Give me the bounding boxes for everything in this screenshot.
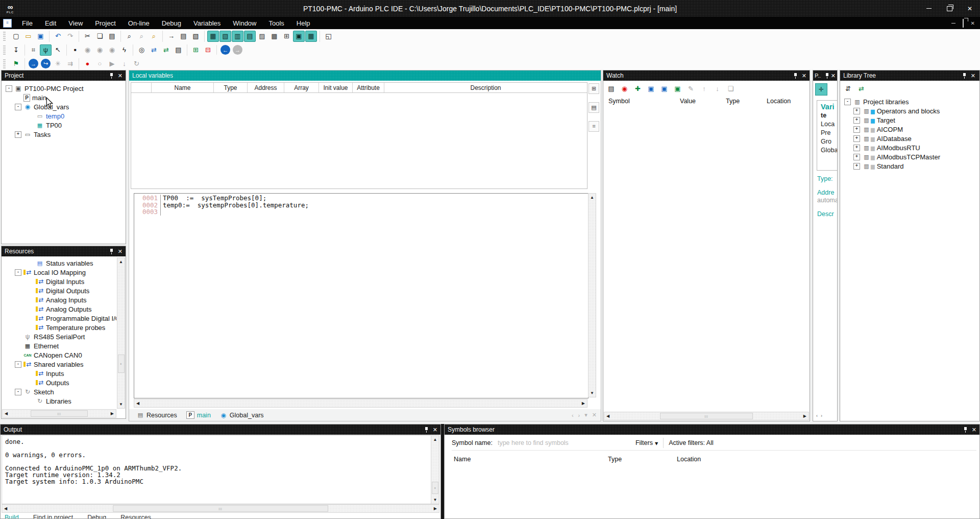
editor-tab[interactable]: P main [182,409,215,421]
toolbar-grip[interactable] [3,59,6,68]
tree-item[interactable]: ⇄ Digital Inputs [2,277,116,286]
online-step-icon[interactable]: ↪ [41,59,51,68]
expander-icon[interactable]: + [853,108,860,114]
column-header[interactable]: Type [214,83,248,92]
column-header[interactable]: Name [152,83,214,92]
code-line[interactable]: 0003 [134,208,588,216]
scrollbar-thumb[interactable]: ≡ [432,482,438,494]
scroll-down-icon[interactable]: ▼ [590,391,594,395]
tree-item[interactable]: - ⇄ Shared variables [2,360,116,369]
cut-icon[interactable]: ✂ [82,31,93,42]
cross-reference-window-toggle-icon[interactable]: ⊞ [281,31,292,42]
output-panel-header[interactable]: Output ✕ [1,424,440,435]
append-watch-list-icon[interactable]: ▣ [672,83,683,94]
editor-horizontal-scrollbar[interactable]: ◀ ▶ [134,399,587,408]
pin-icon[interactable] [793,73,798,79]
menu-view[interactable]: View [62,17,89,29]
navigate-forward-icon[interactable]: → [233,45,242,55]
column-header[interactable]: Type [599,454,668,464]
stop-icon[interactable]: ■ [69,44,81,56]
tree-item[interactable]: P main [2,93,126,102]
watch-list-icon[interactable]: ▤ [605,83,617,94]
redo-icon[interactable]: ↷ [64,31,76,42]
tree-item[interactable]: ▭ temp0 [2,111,126,121]
tree-item[interactable]: - ⇄ Local IO Mapping [2,268,116,277]
pin-icon[interactable] [109,248,114,254]
tree-item[interactable]: - ↻ Sketch [2,387,116,396]
close-icon[interactable]: ✕ [971,73,975,79]
tree-item[interactable]: - ▣ PT100-PMC Project [2,84,126,93]
tree-item[interactable]: ⇄ Digital Outputs [2,286,116,295]
mdi-restore-button[interactable] [963,19,964,27]
simulation-board-icon[interactable]: ⌗ [28,44,39,56]
tools-window-toggle-icon[interactable]: ▩ [268,31,280,42]
clear-watch-icon[interactable]: ✎ [685,83,697,94]
fullscreen-icon[interactable]: ◱ [323,31,334,42]
tree-item[interactable]: + ▥ ▆ AIModbusTCPMaster [840,152,979,161]
tree-item[interactable]: + ▭ Tasks [2,130,126,139]
download-to-target-icon[interactable]: → [165,31,177,42]
module-list-icon[interactable]: ▤ [173,44,184,56]
pin-icon[interactable] [109,73,114,79]
expander-icon[interactable]: - [15,389,21,395]
insert-record-icon[interactable]: ⊞ [190,44,202,56]
tab-close-icon[interactable]: ✕ [592,412,597,418]
expander-icon[interactable]: - [6,85,12,92]
duplicate-watch-icon[interactable]: ❏ [725,83,737,94]
tree-item[interactable]: + ▥ ▆ Operators and blocks [840,106,979,115]
tree-item[interactable]: ▦ TP00 [2,121,126,130]
tab-scroll-left-icon[interactable]: ‹ [572,412,574,418]
expander-icon[interactable]: + [853,126,860,133]
tree-item[interactable]: ▦ Ethernet [2,341,116,350]
tree-item[interactable]: ↻ Libraries [2,396,116,406]
watch-horizontal-scrollbar[interactable]: ◀ ||| ▶ [604,412,809,420]
scroll-up-icon[interactable]: ▲ [590,195,594,200]
tab-build[interactable]: Build [5,514,19,519]
column-header[interactable]: Location [762,96,810,106]
column-header[interactable]: Name [445,454,599,464]
add-symbol-icon[interactable]: ✚ [632,83,644,94]
watch-window-toggle-icon[interactable]: ▤ [244,31,256,42]
scroll-down-icon[interactable]: ▼ [119,402,123,407]
project-panel-header[interactable]: Project ✕ [2,70,126,81]
column-header[interactable]: Type [721,96,762,106]
toolbar-grip[interactable] [3,45,6,55]
paste-icon[interactable]: ▤ [106,31,118,42]
scroll-left-icon[interactable]: ‹ [816,413,818,418]
open-project-icon[interactable]: ▭ [22,31,34,42]
warm-restart-icon[interactable]: ◉ [106,44,118,56]
close-icon[interactable]: ✕ [118,249,122,254]
scroll-left-icon[interactable]: ◀ [4,506,7,511]
symbols-window-toggle-icon[interactable]: ▦ [305,31,317,42]
close-icon[interactable]: ✕ [972,427,976,433]
copy-icon[interactable]: ❏ [94,31,106,42]
pin-icon[interactable] [963,427,968,433]
save-icon[interactable]: ▣ [35,31,46,42]
pin-icon[interactable] [825,73,829,79]
group-view-icon[interactable]: ⌗ [589,121,599,132]
menu-variables[interactable]: Variables [187,17,227,29]
resources-horizontal-scrollbar[interactable]: ◀ ||| ▶ [2,409,116,418]
tree-item[interactable]: - ▥ Project libraries [840,97,979,106]
properties-panel-header[interactable]: P.. ✕ [813,70,837,81]
run-task-icon[interactable]: ⚑ [10,58,22,69]
menu-tools[interactable]: Tools [263,17,290,29]
library-tree-panel-header[interactable]: Library Tree ✕ [840,70,979,81]
scroll-right-icon[interactable]: ▶ [434,506,437,511]
properties-window-toggle-icon[interactable]: ▧ [219,31,231,42]
column-header[interactable]: Address [248,83,284,92]
column-header[interactable] [131,83,152,92]
scroll-right-icon[interactable]: ▶ [803,414,806,418]
column-header[interactable]: Location [668,454,979,464]
tree-item[interactable]: + ▥ ▆ Standard [840,161,979,171]
tab-find-in-project[interactable]: Find in project [33,514,74,519]
close-icon[interactable]: ✕ [433,427,437,433]
tree-item[interactable]: + ▥ ▆ AICOPM [840,125,979,134]
close-icon[interactable]: ✕ [831,73,836,79]
filters-button[interactable]: Filters ▾ [635,439,658,447]
resources-panel-header[interactable]: Resources ✕ [2,246,126,256]
tab-list-dropdown-icon[interactable]: ▾ [584,412,587,418]
tree-item[interactable]: + ▥ ▆ AIModbusRTU [840,143,979,152]
save-watch-list-icon[interactable]: ▣ [645,83,657,94]
scroll-up-icon[interactable]: ▲ [119,260,123,264]
